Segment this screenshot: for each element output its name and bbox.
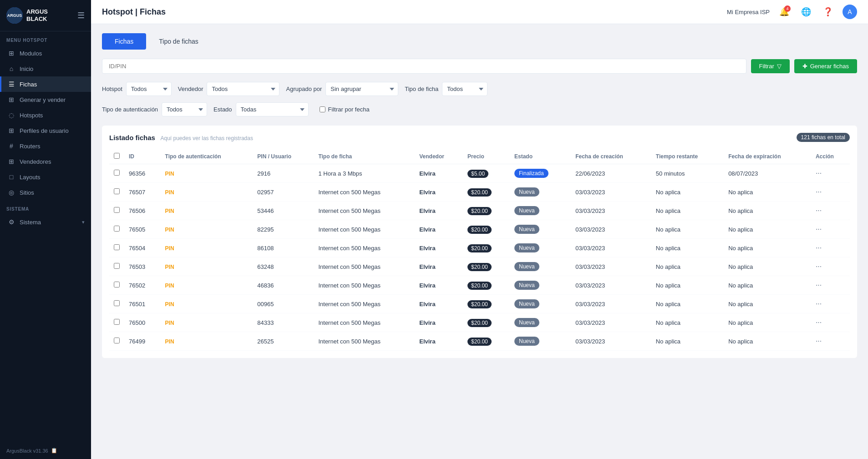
avatar[interactable]: A: [843, 5, 857, 19]
sidebar-item-sitios[interactable]: ◎ Sitios: [0, 185, 91, 200]
select-all-checkbox[interactable]: [114, 153, 120, 159]
filter-button[interactable]: Filtrar ▽: [751, 59, 790, 73]
cell-estado-9: Nueva: [510, 332, 571, 351]
action-button-4[interactable]: ···: [816, 244, 822, 252]
cell-tipo-auth-1: PIN: [161, 183, 253, 202]
cell-vendedor-7: Elvira: [415, 295, 463, 313]
cell-vendedor-0: Elvira: [415, 164, 463, 183]
cell-fecha-expiracion-4: No aplica: [724, 239, 811, 257]
hamburger-icon[interactable]: ☰: [77, 10, 85, 20]
sidebar-item-modulos[interactable]: ⊞ Modulos: [0, 45, 91, 61]
globe-button[interactable]: 🌐: [799, 5, 813, 19]
sidebar-item-sistema[interactable]: ⚙ Sistema ▾: [0, 214, 91, 230]
cell-estado-5: Nueva: [510, 257, 571, 276]
action-button-2[interactable]: ···: [816, 207, 822, 215]
cell-id-0: 96356: [124, 164, 161, 183]
row-checkbox-0[interactable]: [114, 170, 120, 176]
row-checkbox-4[interactable]: [114, 244, 120, 250]
action-button-3[interactable]: ···: [816, 225, 822, 233]
sidebar-item-perfiles-usuario[interactable]: ⊞ Perfiles de usuario: [0, 123, 91, 138]
cell-tipo-ficha-1: Internet con 500 Megas: [314, 183, 415, 202]
filtrar-fecha-checkbox[interactable]: [320, 106, 325, 112]
row-checkbox-3[interactable]: [114, 226, 120, 232]
sidebar-item-inicio[interactable]: ⌂ Inicio: [0, 61, 91, 76]
cell-tipo-ficha-8: Internet con 500 Megas: [314, 313, 415, 332]
tab-bar: Fichas Tipo de fichas: [102, 33, 857, 50]
notification-button[interactable]: 🔔 4: [777, 5, 792, 19]
table-row: 76504 PIN 86108 Internet con 500 Megas E…: [109, 239, 850, 257]
sistema-label: SISTEMA: [0, 200, 91, 214]
row-checkbox-2[interactable]: [114, 207, 120, 213]
table-row: 76500 PIN 84333 Internet con 500 Megas E…: [109, 313, 850, 332]
action-button-0[interactable]: ···: [816, 169, 822, 177]
generate-label: Generar fichas: [810, 63, 849, 70]
hotspot-dropdown-group: Hotspot Todos: [102, 82, 172, 96]
row-checkbox-6[interactable]: [114, 282, 120, 288]
filtrar-fecha-label[interactable]: Filtrar por fecha: [328, 106, 370, 113]
row-checkbox-1[interactable]: [114, 188, 120, 194]
cell-precio-9: $20.00: [463, 332, 510, 351]
cell-tiempo-restante-2: No aplica: [651, 202, 724, 220]
cell-estado-6: Nueva: [510, 276, 571, 295]
cell-id-2: 76506: [124, 202, 161, 220]
cell-vendedor-8: Elvira: [415, 313, 463, 332]
cell-id-8: 76500: [124, 313, 161, 332]
cell-precio-7: $20.00: [463, 295, 510, 313]
cell-vendedor-5: Elvira: [415, 257, 463, 276]
sidebar-item-hotspots[interactable]: ◌ Hotspots: [0, 107, 91, 123]
tipo-ficha-select[interactable]: Todos: [442, 82, 487, 96]
cell-id-4: 76504: [124, 239, 161, 257]
action-button-5[interactable]: ···: [816, 262, 822, 271]
version-text: ArgusBlack v31.36: [6, 448, 48, 454]
action-button-9[interactable]: ···: [816, 337, 822, 345]
help-button[interactable]: ❓: [821, 5, 835, 19]
cell-accion-0: ···: [811, 164, 850, 183]
sidebar-item-fichas[interactable]: ☰ Fichas: [0, 76, 91, 92]
cell-fecha-creacion-3: 03/03/2023: [571, 220, 651, 239]
cell-fecha-expiracion-6: No aplica: [724, 276, 811, 295]
cell-accion-5: ···: [811, 257, 850, 276]
col-pin: PIN / Usuario: [253, 149, 314, 164]
hotspot-select[interactable]: Todos: [126, 82, 172, 96]
cell-precio-8: $20.00: [463, 313, 510, 332]
filter-row-2: Tipo de autenticación Todos Estado Todas…: [102, 102, 857, 116]
cell-fecha-expiracion-2: No aplica: [724, 202, 811, 220]
cell-vendedor-6: Elvira: [415, 276, 463, 295]
estado-select[interactable]: Todas: [236, 102, 309, 116]
sidebar-item-layouts[interactable]: □ Layouts: [0, 169, 91, 185]
sidebar-item-vendedores[interactable]: ⊞ Vendedores: [0, 154, 91, 169]
vendedor-select[interactable]: Todos: [207, 82, 279, 96]
cell-tiempo-restante-6: No aplica: [651, 276, 724, 295]
tab-tipo-fichas[interactable]: Tipo de fichas: [146, 33, 211, 50]
action-button-8[interactable]: ···: [816, 318, 822, 327]
cell-tipo-ficha-5: Internet con 500 Megas: [314, 257, 415, 276]
cell-precio-6: $20.00: [463, 276, 510, 295]
cell-pin-3: 82295: [253, 220, 314, 239]
cell-tipo-ficha-9: Internet con 500 Megas: [314, 332, 415, 351]
action-button-1[interactable]: ···: [816, 188, 822, 196]
row-checkbox-9[interactable]: [114, 338, 120, 343]
sidebar-item-routers[interactable]: # Routers: [0, 138, 91, 154]
tipo-auth-label: Tipo de autenticación: [102, 106, 158, 113]
cell-tipo-ficha-6: Internet con 500 Megas: [314, 276, 415, 295]
table-row: 76499 PIN 26525 Internet con 500 Megas E…: [109, 332, 850, 351]
agrupado-select[interactable]: Sin agrupar: [325, 82, 398, 96]
tipo-auth-select[interactable]: Todos: [162, 102, 207, 116]
search-input[interactable]: [102, 59, 746, 74]
action-button-6[interactable]: ···: [816, 281, 822, 289]
cell-pin-0: 2916: [253, 164, 314, 183]
tab-fichas[interactable]: Fichas: [102, 33, 146, 50]
hotspots-icon: ◌: [8, 111, 15, 119]
action-button-7[interactable]: ···: [816, 300, 822, 308]
generar-vender-icon: ⊞: [8, 96, 15, 103]
row-checkbox-8[interactable]: [114, 319, 120, 325]
sidebar-item-generar-vender[interactable]: ⊞ Generar y vender: [0, 92, 91, 107]
row-checkbox-5[interactable]: [114, 263, 120, 269]
cell-estado-8: Nueva: [510, 313, 571, 332]
vendedores-icon: ⊞: [8, 158, 15, 165]
cell-accion-1: ···: [811, 183, 850, 202]
vendedor-label: Vendedor: [178, 86, 203, 92]
row-checkbox-7[interactable]: [114, 300, 120, 306]
generate-button[interactable]: ✚ Generar fichas: [794, 59, 857, 73]
cell-pin-9: 26525: [253, 332, 314, 351]
